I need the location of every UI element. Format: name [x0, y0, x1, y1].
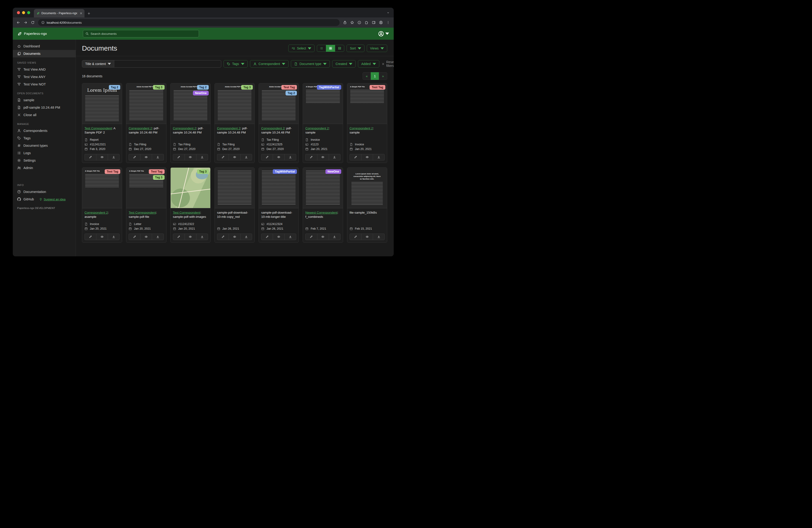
preview-button[interactable] [361, 154, 373, 160]
filter-added-button[interactable]: Added [358, 60, 379, 68]
edit-button[interactable] [305, 154, 317, 160]
download-button[interactable] [373, 233, 385, 240]
download-button[interactable] [196, 233, 208, 240]
document-title[interactable]: file-sample_150kBs [350, 211, 385, 219]
tag-badge[interactable]: Test Tag [149, 169, 164, 174]
edit-button[interactable] [261, 154, 273, 160]
close-window-button[interactable] [17, 11, 20, 14]
tab-close-icon[interactable] [79, 12, 83, 15]
tag-badge[interactable]: Tag 2 [197, 85, 209, 90]
document-title[interactable]: Correspondent 2: asample [85, 211, 119, 219]
search-input[interactable] [90, 32, 197, 35]
filter-field-selector[interactable]: Title & content [82, 60, 114, 68]
tag-badge[interactable]: Test Tag [369, 85, 385, 90]
document-title[interactable]: Test Correspondent: sample-pdf-file [129, 211, 164, 219]
back-button[interactable] [16, 21, 20, 24]
preview-button[interactable] [273, 154, 285, 160]
edit-button[interactable] [85, 154, 96, 160]
extensions-icon[interactable] [365, 21, 368, 24]
view-details-button[interactable] [335, 45, 344, 52]
filter-tags-button[interactable]: Tags [223, 60, 248, 68]
document-title[interactable]: Correspondent 2: pdf-sample 10.24.48 PM [217, 126, 252, 135]
edit-button[interactable] [173, 233, 185, 240]
download-button[interactable] [108, 154, 119, 160]
download-button[interactable] [152, 154, 164, 160]
maximize-window-button[interactable] [27, 11, 30, 14]
correspondent-link[interactable]: Correspondent 2 [350, 127, 373, 130]
sidebar-item-settings[interactable]: Settings [13, 157, 76, 164]
browser-profile-icon[interactable] [379, 21, 383, 24]
document-title[interactable]: Newest Correspondent: f_combineds [305, 211, 340, 219]
edit-button[interactable] [217, 233, 229, 240]
sidebar-item-documentation[interactable]: Documentation [13, 188, 76, 196]
document-title[interactable]: Test Correspondent: sample-pdf-with-imag… [173, 211, 208, 219]
document-title[interactable]: sample-pdf-download-10-mb-longer-title [261, 211, 296, 219]
page-status-icon[interactable] [358, 21, 361, 24]
tag-badge[interactable]: Tag 2 [109, 85, 120, 90]
new-tab-button[interactable] [87, 12, 90, 15]
document-title[interactable]: Correspondent 2: sample [305, 126, 340, 135]
preview-button[interactable] [185, 154, 197, 160]
correspondent-link[interactable]: Correspondent 2 [217, 127, 241, 130]
correspondent-link[interactable]: Correspondent 2 [129, 127, 152, 130]
download-button[interactable] [240, 233, 252, 240]
filter-correspondent-button[interactable]: Correspondent [250, 60, 289, 68]
view-list-button[interactable] [317, 45, 326, 52]
sidebar-item-test-view-and[interactable]: Test View AND [13, 66, 76, 73]
tag-badge[interactable]: Test Tag [105, 169, 120, 174]
document-title[interactable]: Test Correspondent: A Sample PDF 2 [85, 126, 119, 135]
sidebar-item-admin[interactable]: Admin [13, 164, 76, 172]
document-title[interactable]: Correspondent 2: sample [350, 126, 385, 135]
preview-button[interactable] [96, 233, 108, 240]
pagination-next[interactable]: » [379, 72, 387, 80]
correspondent-link[interactable]: Correspondent 2 [261, 127, 285, 130]
document-title[interactable]: Correspondent 2: pdf-sample 10.24.48 PM [173, 126, 208, 135]
bookmark-star-icon[interactable] [350, 21, 354, 24]
download-button[interactable] [196, 154, 208, 160]
sidebar-item-dashboard[interactable]: Dashboard [13, 42, 76, 50]
view-grid-button[interactable] [326, 45, 335, 52]
correspondent-link[interactable]: Correspondent 2 [305, 127, 329, 130]
tag-badge[interactable]: NewOne [325, 169, 341, 174]
suggest-idea-link[interactable]: Suggest an idea [39, 198, 66, 201]
tag-badge[interactable]: Tag 3 [153, 85, 164, 90]
tag-badge[interactable]: TagWithPartial [317, 85, 341, 90]
sidebar-item-documents[interactable]: Documents [13, 50, 76, 57]
pagination-prev[interactable]: « [363, 72, 371, 80]
download-button[interactable] [108, 233, 119, 240]
preview-button[interactable] [185, 233, 197, 240]
reload-button[interactable] [31, 21, 34, 24]
sidebar-item-test-view-not[interactable]: Test View NOT [13, 81, 76, 88]
preview-button[interactable] [273, 233, 285, 240]
sidebar-item-logs[interactable]: Logs [13, 149, 76, 157]
site-info-icon[interactable] [41, 21, 45, 24]
document-title[interactable]: Correspondent 2: pdf-sample 10.24.48 PM [129, 126, 164, 135]
preview-button[interactable] [140, 233, 152, 240]
sidebar-item-document-types[interactable]: Document types [13, 142, 76, 149]
views-button[interactable]: Views [367, 45, 387, 52]
minimize-window-button[interactable] [22, 11, 25, 14]
browser-menu-icon[interactable] [386, 21, 390, 24]
forward-button[interactable] [24, 21, 27, 24]
preview-button[interactable] [361, 233, 373, 240]
download-button[interactable] [152, 233, 164, 240]
side-panel-icon[interactable] [372, 21, 376, 24]
preview-button[interactable] [317, 154, 329, 160]
select-button[interactable]: Select [288, 45, 315, 52]
edit-button[interactable] [129, 154, 141, 160]
download-button[interactable] [373, 154, 385, 160]
edit-button[interactable] [173, 154, 185, 160]
download-button[interactable] [240, 154, 252, 160]
document-thumbnail[interactable] [215, 168, 255, 208]
correspondent-link[interactable]: Test Correspondent [173, 211, 200, 214]
edit-button[interactable] [350, 233, 361, 240]
address-bar[interactable]: localhost:4200/documents [38, 19, 339, 26]
correspondent-link[interactable]: Correspondent 2 [85, 211, 108, 214]
correspondent-link[interactable]: Correspondent 2 [173, 127, 197, 130]
preview-button[interactable] [229, 233, 241, 240]
sidebar-item-github[interactable]: GitHubSuggest an idea [13, 196, 76, 203]
document-title[interactable]: Correspondent 2: pdf-sample 10.24.48 PM [261, 126, 296, 135]
document-thumbnail[interactable]: Lorem ipsum dolor sit amet, consectetur … [347, 168, 387, 208]
edit-button[interactable] [129, 233, 141, 240]
filter-created-button[interactable]: Created [332, 60, 356, 68]
